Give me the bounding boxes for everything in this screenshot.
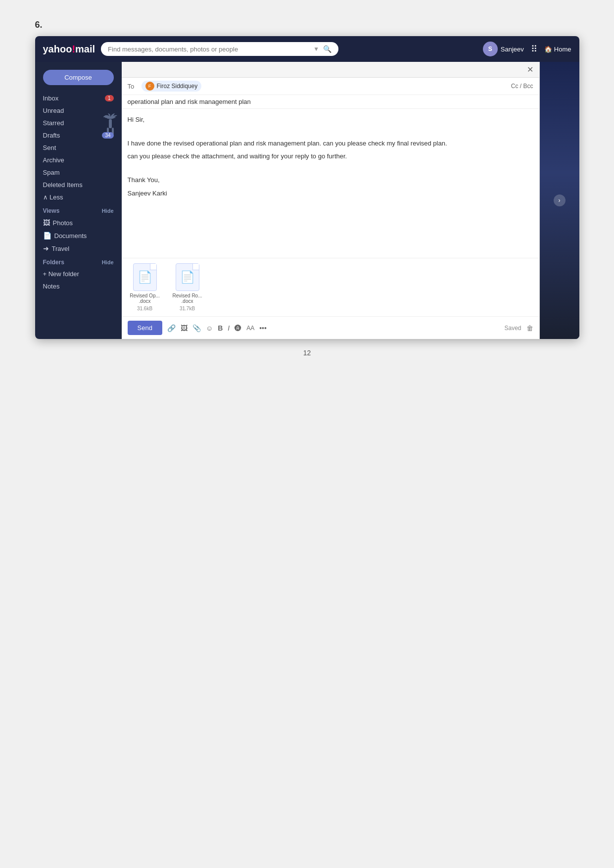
sidebar-item-drafts[interactable]: Drafts 34 (35, 129, 122, 142)
emoji-icon[interactable]: ☺ (206, 324, 213, 332)
sidebar-item-archive[interactable]: Archive (35, 154, 122, 166)
page-number-top: 6. (35, 20, 579, 30)
home-label: Home (554, 46, 571, 53)
page-number-bottom: 12 (35, 349, 579, 357)
right-panel: ⊞ ☰ 🗂 ❓ ⚙ ✕ To (122, 62, 579, 339)
inbox-badge: 1 (105, 95, 114, 101)
folders-hide-link[interactable]: Hide (102, 259, 114, 265)
compose-modal: ✕ To F Firoz Siddiquey Cc / Bcc operatio… (122, 62, 540, 339)
attachment-icon-2: 📄 (176, 263, 199, 291)
main-body: Compose Inbox 1 Unread Starred (35, 62, 579, 339)
recipient-chip[interactable]: F Firoz Siddiquey (142, 81, 202, 92)
sidebar-item-starred[interactable]: Starred (35, 117, 122, 129)
body-line1: I have done the revised operational plan… (128, 139, 533, 149)
body-signature: Sanjeev Karki (128, 189, 533, 199)
sidebar-item-label: Documents (54, 232, 87, 240)
app-container: yahoo!mail ▼ 🔍 S Sanjeev ⠿ 🏠 Home (35, 36, 579, 339)
sidebar-item-notes[interactable]: Notes (35, 280, 122, 292)
sidebar-item-label: Archive (43, 156, 64, 164)
sidebar-item-new-folder[interactable]: + New folder (35, 268, 122, 280)
compose-body[interactable]: Hi Sir, I have done the revised operatio… (122, 109, 539, 258)
footer-icons: 🔗 🖼 📎 ☺ B I 🅐 AA ••• (167, 324, 267, 332)
search-bar[interactable]: ▼ 🔍 (101, 42, 338, 56)
logo: yahoo!mail (43, 44, 95, 55)
folders-label: Folders (43, 259, 64, 266)
body-line2: can you please check the attachment, and… (128, 151, 533, 162)
sidebar-item-label: Deleted Items (43, 181, 83, 189)
photos-icon: 🖼 (43, 219, 50, 227)
attachments-area: 📄 Revised Op... .docx 31.6kB 📄 Revised R… (122, 258, 539, 316)
header: yahoo!mail ▼ 🔍 S Sanjeev ⠿ 🏠 Home (35, 36, 579, 62)
home-button[interactable]: 🏠 Home (544, 46, 571, 53)
chevron-down-icon: ▼ (313, 46, 319, 52)
file-icon[interactable]: 📎 (192, 324, 201, 332)
compose-modal-header: ✕ (122, 62, 539, 78)
compose-footer: Send 🔗 🖼 📎 ☺ B I 🅐 AA ••• Saved (122, 316, 539, 339)
grid-icon[interactable]: ⠿ (531, 44, 537, 54)
avatar: S (483, 42, 498, 56)
sidebar-item-label: Notes (43, 283, 60, 290)
attachment-name-2: Revised Ro... .docx (170, 293, 205, 304)
sidebar-section-views: Views Hide (35, 203, 122, 216)
format-italic[interactable]: I (228, 324, 230, 332)
search-input[interactable] (108, 46, 309, 53)
travel-icon: ➜ (43, 244, 49, 252)
expand-chevron-button[interactable]: › (554, 194, 566, 206)
sidebar-item-label: Photos (53, 219, 73, 227)
to-label: To (128, 83, 138, 90)
sidebar-item-documents[interactable]: 📄 Documents (35, 229, 122, 242)
views-label: Views (43, 207, 60, 214)
attachment-1[interactable]: 📄 Revised Op... .docx 31.6kB (128, 263, 162, 311)
sidebar-item-label: Travel (52, 245, 70, 252)
sidebar-item-label: Spam (43, 169, 60, 176)
sidebar-item-travel[interactable]: ➜ Travel (35, 242, 122, 255)
compose-to-row: To F Firoz Siddiquey Cc / Bcc (122, 78, 539, 95)
more-options[interactable]: ••• (259, 324, 267, 332)
attachment-2[interactable]: 📄 Revised Ro... .docx 31.7kB (170, 263, 205, 311)
sidebar-item-sent[interactable]: Sent (35, 142, 122, 154)
sidebar-item-label: Unread (43, 107, 64, 114)
drafts-badge: 34 (102, 132, 113, 139)
documents-icon: 📄 (43, 232, 51, 240)
compose-button[interactable]: Compose (43, 70, 114, 85)
image-icon[interactable]: 🖼 (181, 324, 188, 332)
sidebar-section-folders: Folders Hide (35, 255, 122, 268)
sidebar-item-label: Sent (43, 144, 56, 151)
home-icon: 🏠 (544, 46, 552, 53)
user-avatar-area[interactable]: S Sanjeev (483, 42, 524, 56)
sidebar-item-less[interactable]: ∧ Less (35, 191, 122, 203)
format-aa[interactable]: AA (246, 325, 254, 332)
format-bold[interactable]: B (218, 324, 223, 332)
views-hide-link[interactable]: Hide (102, 208, 114, 214)
search-icon: 🔍 (323, 45, 331, 53)
bg-image-panel: › (540, 62, 579, 339)
compose-subject: operational plan and risk management pla… (128, 98, 251, 105)
compose-close-button[interactable]: ✕ (527, 65, 533, 74)
sidebar: Compose Inbox 1 Unread Starred (35, 62, 122, 339)
send-button[interactable]: Send (128, 321, 162, 335)
sidebar-item-label: Drafts (43, 132, 60, 139)
sidebar-item-photos[interactable]: 🖼 Photos (35, 216, 122, 229)
format-color[interactable]: 🅐 (235, 324, 241, 332)
recipient-name: Firoz Siddiquey (157, 83, 198, 90)
compose-subject-row: operational plan and risk management pla… (122, 95, 539, 109)
recipient-avatar: F (145, 82, 154, 91)
sidebar-item-spam[interactable]: Spam (35, 166, 122, 179)
sidebar-item-label: + New folder (43, 270, 79, 278)
cc-bcc-button[interactable]: Cc / Bcc (511, 83, 533, 90)
docx-icon-2: 📄 (180, 270, 195, 284)
sidebar-item-label: Inbox (43, 95, 59, 102)
attachment-name-1: Revised Op... .docx (128, 293, 162, 304)
trash-icon[interactable]: 🗑 (526, 324, 533, 332)
header-right: S Sanjeev ⠿ 🏠 Home (483, 42, 571, 56)
sidebar-item-deleted[interactable]: Deleted Items (35, 179, 122, 191)
link-icon[interactable]: 🔗 (167, 324, 176, 332)
body-closing: Thank You, (128, 175, 533, 186)
sidebar-item-inbox[interactable]: Inbox 1 (35, 92, 122, 104)
attachment-size-2: 31.7kB (180, 306, 195, 311)
body-greeting: Hi Sir, (128, 115, 533, 125)
sidebar-item-label: ∧ Less (43, 193, 63, 201)
svg-rect-0 (109, 119, 112, 128)
user-name: Sanjeev (501, 46, 524, 53)
docx-icon: 📄 (138, 270, 152, 284)
